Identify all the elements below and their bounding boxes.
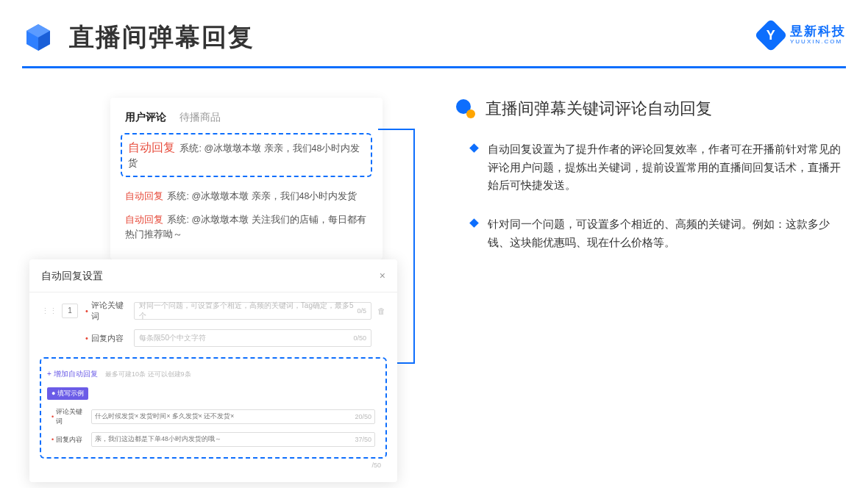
bullet-icon — [469, 143, 479, 153]
keyword-input[interactable]: 对同一个问题，可设置多个相近，高频的关键词，Tag确定，最多5个 0/5 — [134, 302, 371, 320]
bottom-counter: /50 — [29, 459, 397, 469]
comments-panel: 用户评论 待播商品 自动回复 系统: @冰墩墩本墩 亲亲，我们48小时内发货 自… — [110, 98, 383, 259]
add-hint: 最多可建10条 还可以创建9条 — [105, 370, 191, 378]
ex-content-text: 亲，我们这边都是下单48小时内发货的哦～ 37/50 — [91, 432, 375, 447]
logo-cube-icon — [22, 21, 54, 54]
highlighted-comment: 自动回复 系统: @冰墩墩本墩 亲亲，我们48小时内发货 — [121, 133, 372, 177]
settings-modal: 自动回复设置 × ⋮⋮ 1 • 评论关键词 对同一个问题，可设置多个相近，高频的… — [29, 259, 397, 482]
keyword-label: 评论关键词 — [91, 300, 129, 322]
add-reply-link[interactable]: + 增加自动回复 — [47, 369, 98, 379]
ex-keyword-label: 评论关键词 — [56, 407, 88, 426]
required-dot: • — [85, 334, 88, 342]
auto-reply-tag: 自动回复 — [128, 141, 175, 154]
bubble-icon — [456, 99, 475, 118]
section-title: 直播间弹幕关键词评论自动回复 — [485, 98, 712, 120]
brand-name-cn: 昱新科技 — [790, 25, 846, 39]
comment-text: 系统: @冰墩墩本墩 亲亲，我们48小时内发货 — [167, 191, 357, 201]
brand-logo: Y 昱新科技 YUUXIN.COM — [759, 24, 846, 47]
bullet-icon — [469, 218, 479, 228]
content-input[interactable]: 每条限50个中文字符 0/50 — [134, 329, 371, 347]
close-icon[interactable]: × — [380, 270, 385, 283]
example-badge: ● 填写示例 — [47, 387, 88, 400]
brand-name-en: YUUXIN.COM — [790, 39, 846, 46]
ex-keyword-tags: 什么时候发货× 发货时间× 多久发货× 还不发货× 20/50 — [91, 409, 375, 424]
brand-icon: Y — [754, 18, 787, 51]
bullet-text-2: 针对同一个问题，可设置多个相近的、高频的关键词。例如：这款多少钱、这块能优惠吗、… — [488, 215, 846, 251]
example-section: + 增加自动回复 最多可建10条 还可以创建9条 ● 填写示例 • 评论关键词 … — [40, 357, 387, 459]
auto-reply-tag: 自动回复 — [125, 215, 163, 225]
delete-icon[interactable]: 🗑 — [377, 306, 385, 315]
bullet-text-1: 自动回复设置为了提升作者的评论回复效率，作者可在开播前针对常见的评论用户问题，提… — [488, 140, 846, 195]
modal-title: 自动回复设置 — [41, 270, 103, 283]
ex-content-label: 回复内容 — [56, 435, 88, 445]
comment-row: 自动回复 系统: @冰墩墩本墩 亲亲，我们48小时内发货 — [110, 184, 383, 208]
drag-icon[interactable]: ⋮⋮ — [41, 306, 57, 316]
required-dot: • — [85, 306, 88, 315]
auto-reply-tag: 自动回复 — [125, 191, 163, 201]
content-label: 回复内容 — [91, 333, 129, 344]
tab-products[interactable]: 待播商品 — [179, 111, 221, 124]
rule-number: 1 — [62, 304, 78, 318]
tab-comments[interactable]: 用户评论 — [125, 111, 166, 124]
page-title: 直播间弹幕回复 — [69, 21, 255, 54]
comment-row: 自动回复 系统: @冰墩墩本墩 关注我们的店铺，每日都有热门推荐呦～ — [110, 208, 383, 246]
